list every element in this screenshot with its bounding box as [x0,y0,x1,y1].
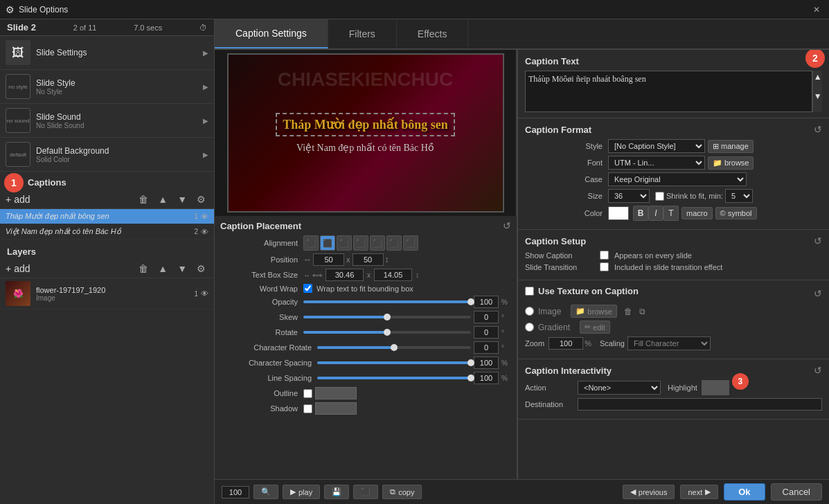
textbox-h-input[interactable] [374,269,412,281]
align-distribute-h-button[interactable]: ⬛ [403,235,418,251]
position-x-input[interactable] [313,253,344,266]
rotate-value-input[interactable] [474,326,499,339]
line-spacing-track[interactable] [317,377,471,379]
align-bottom-button[interactable]: ⬛ [386,235,402,251]
align-center-h-button[interactable]: ⬛ [320,235,335,251]
textbox-w-input[interactable] [326,269,364,281]
use-texture-checkbox[interactable] [525,287,534,296]
caption-item-2[interactable]: Việt Nam đẹp nhất có tên Bác Hồ 2 👁 [0,224,214,240]
highlight-swatch[interactable] [702,380,729,395]
use-texture-refresh[interactable]: ↺ [814,288,822,299]
caption-1-eye-icon[interactable]: 👁 [201,213,208,221]
size-select[interactable]: 36 [608,189,650,203]
fill-char-select[interactable]: Fill Character [627,336,711,350]
outline-checkbox[interactable] [303,389,312,398]
opacity-value-input[interactable] [474,296,499,308]
line-spacing-value-input[interactable] [474,372,499,384]
tab-caption-settings[interactable]: Caption Settings [215,19,328,48]
word-wrap-label: Word Wrap [220,285,303,293]
caption-format-refresh[interactable]: ↺ [814,124,822,135]
char-spacing-value-input[interactable] [474,357,499,369]
caption-setup-refresh[interactable]: ↺ [814,235,822,246]
browse-font-button[interactable]: 📁 browse [708,156,754,170]
tab-effects[interactable]: Effects [397,19,469,48]
caption-text-input[interactable]: Tháùp Möôøi ñeïp nhaát boâng sen [525,71,812,112]
default-background-item[interactable]: default Default Background Solid Color ▶ [0,138,214,172]
font-select[interactable]: UTM - Lin... [608,156,705,170]
rotate-track[interactable] [303,331,471,334]
symbol-button[interactable]: © symbol [715,207,757,219]
shrink-min-select[interactable]: 5 [725,189,753,203]
image-radio[interactable] [525,307,534,316]
opacity-track[interactable] [303,300,471,303]
included-checkbox[interactable] [600,262,609,271]
caption-text-scrollbar[interactable]: ▲▼ [812,71,822,112]
delete-texture-icon[interactable]: 🗑 [624,307,632,316]
shadow-label: Shadow [220,404,303,413]
align-top-button[interactable]: ⬛ [353,235,368,251]
delete-layer-button[interactable]: 🗑 [136,262,151,276]
position-y-input[interactable] [353,253,384,266]
shrink-checkbox[interactable] [655,192,664,201]
destination-input[interactable] [578,398,822,411]
caption-placement-refresh[interactable]: ↺ [503,220,511,231]
add-caption-button[interactable]: + add [6,194,30,205]
action-row: Action <None> Highlight 3 [525,380,822,395]
caption-item-1[interactable]: Tháp Mười đẹp nhất bông sen 1 👁 [0,209,214,224]
pos-x-icon: ↔ [303,255,312,264]
caption-interactivity-refresh[interactable]: ↺ [814,365,822,376]
cancel-button[interactable]: Cancel [771,483,822,501]
layer-1-eye-icon[interactable]: 👁 [201,289,208,298]
char-rotate-track[interactable] [317,346,471,349]
previous-button[interactable]: ◀ previous [623,485,675,499]
italic-button[interactable]: I [648,206,663,221]
fullscreen-button[interactable]: ⬛ [353,485,378,499]
tab-filters[interactable]: Filters [328,19,397,48]
settings-layer-button[interactable]: ⚙ [194,262,208,276]
char-spacing-track[interactable] [317,361,471,364]
move-up-caption-button[interactable]: ▲ [155,192,170,206]
use-texture-title-row: Use Texture on Caption [525,286,639,296]
zoom-level-input[interactable] [222,486,249,498]
skew-track[interactable] [303,316,471,318]
slide-settings-item[interactable]: 🖼 Slide Settings ▶ [0,36,214,70]
action-select[interactable]: <None> [578,381,661,395]
ok-button[interactable]: Ok [724,483,765,501]
align-middle-v-button[interactable]: ⬛ [370,235,385,251]
copy-button[interactable]: ⧉ copy [382,485,422,499]
shadow-checkbox[interactable] [303,404,312,413]
move-up-layer-button[interactable]: ▲ [155,262,170,276]
settings-caption-button[interactable]: ⚙ [194,192,208,206]
slide-style-item[interactable]: no style Slide Style No Style ▶ [0,70,214,104]
browse-texture-button[interactable]: 📁 browse [571,305,616,318]
align-left-button[interactable]: ⬛ [303,235,319,251]
edit-gradient-button[interactable]: ✏ edit [580,321,610,334]
char-rotate-value-input[interactable] [474,341,499,354]
add-layer-button[interactable]: + add [6,263,30,274]
close-button[interactable]: ✕ [810,3,823,17]
move-down-layer-button[interactable]: ▼ [175,262,190,276]
align-right-button[interactable]: ⬛ [337,235,352,251]
color-swatch[interactable] [608,206,629,220]
play-button[interactable]: ▶ play [283,485,320,499]
text-format-button[interactable]: T [663,206,679,221]
slide-sound-item[interactable]: no sound Slide Sound No Slide Sound ▶ [0,104,214,138]
zoom-input[interactable] [549,337,583,350]
style-select[interactable]: [No Caption Style] [608,139,705,153]
manage-button[interactable]: ⊞ manage [708,140,754,153]
delete-caption-button[interactable]: 🗑 [136,192,151,206]
save-button[interactable]: 💾 [324,485,349,499]
macro-button[interactable]: macro [681,207,713,219]
next-button[interactable]: next ▶ [680,485,718,499]
skew-value-input[interactable] [474,311,499,323]
word-wrap-checkbox[interactable] [303,284,312,293]
gradient-radio[interactable] [525,323,534,332]
copy-texture-icon[interactable]: ⧉ [639,307,645,316]
caption-2-eye-icon[interactable]: 👁 [201,228,208,236]
layer-item-1[interactable]: 🌺 flower-197197_1920 Image 1 👁 [0,278,214,309]
zoom-search-button[interactable]: 🔍 [253,485,278,499]
move-down-caption-button[interactable]: ▼ [175,192,190,206]
case-select[interactable]: Keep Original [608,172,747,186]
bold-button[interactable]: B [633,206,648,221]
appears-checkbox[interactable] [600,251,609,260]
